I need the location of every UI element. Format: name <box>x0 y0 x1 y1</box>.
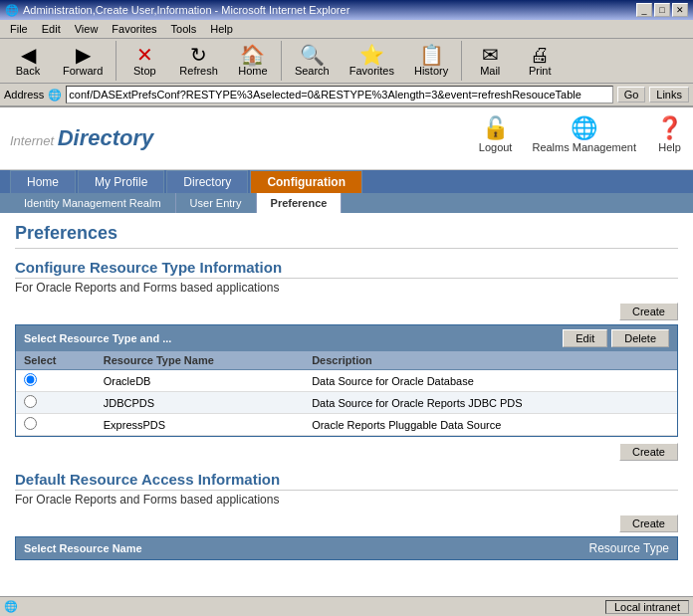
create-btn-row-bottom: Create <box>15 443 678 461</box>
create-default-resource-button[interactable]: Create <box>619 514 678 532</box>
row1-name: OracleDB <box>96 370 304 392</box>
logout-button[interactable]: 🔓 Logout <box>479 115 513 153</box>
refresh-button[interactable]: ↻ Refresh <box>170 42 227 80</box>
mail-label: Mail <box>480 65 500 77</box>
row3-desc: Oracle Reports Pluggable Data Source <box>304 414 677 436</box>
resource-type-section-title: Configure Resource Type Information <box>15 259 678 279</box>
nav-tabs: Home My Profile Directory Configuration <box>0 170 693 193</box>
sub-tab-user-entry[interactable]: User Entry <box>176 193 257 213</box>
oid-logo: Internet Directory <box>10 115 153 161</box>
back-label: Back <box>16 65 40 77</box>
forward-button[interactable]: ▶ Forward <box>54 42 112 80</box>
tab-configuration[interactable]: Configuration <box>250 170 362 193</box>
tab-my-profile[interactable]: My Profile <box>78 170 164 193</box>
minimize-button[interactable]: _ <box>636 3 652 17</box>
print-button[interactable]: 🖨 Print <box>516 42 564 80</box>
history-button[interactable]: 📋 History <box>405 42 457 80</box>
print-label: Print <box>529 65 552 77</box>
history-icon: 📋 <box>419 45 444 65</box>
col-resource-type-name: Resource Type Name <box>96 351 304 370</box>
default-resource-table-container: Select Resource Name Resource Type <box>15 536 678 560</box>
resource-type-table-container: Select Resource Type and ... Edit Delete… <box>15 324 678 437</box>
maximize-button[interactable]: □ <box>654 3 670 17</box>
title-bar-left: 🌐 Administration,Create User,Information… <box>5 4 349 17</box>
back-icon: ◀ <box>21 45 36 65</box>
status-bar: 🌐 Local intranet <box>0 596 693 616</box>
search-icon: 🔍 <box>300 45 325 65</box>
go-button[interactable]: Go <box>617 87 646 103</box>
menu-tools[interactable]: Tools <box>165 22 203 36</box>
stop-label: Stop <box>133 65 156 77</box>
row1-radio[interactable] <box>24 373 37 386</box>
sub-tab-identity-management[interactable]: Identity Management Realm <box>10 193 176 213</box>
resource-type-desc: For Oracle Reports and Forms based appli… <box>15 281 678 295</box>
realms-label: Realms Management <box>532 141 636 153</box>
table-row: JDBCPDS Data Source for Oracle Reports J… <box>16 392 677 414</box>
home-icon: 🏠 <box>240 45 265 65</box>
status-left: 🌐 <box>4 600 22 613</box>
home-label: Home <box>238 65 267 77</box>
tab-directory[interactable]: Directory <box>166 170 248 193</box>
print-icon: 🖨 <box>530 45 550 65</box>
col-description: Description <box>304 351 677 370</box>
default-resource-section-title: Default Resource Access Information <box>15 471 678 491</box>
row3-radio[interactable] <box>24 417 37 430</box>
default-resource-create-row: Create <box>15 514 678 532</box>
favorites-label: Favorites <box>349 65 394 77</box>
menu-favorites[interactable]: Favorites <box>106 22 162 36</box>
default-resource-col-name: Select Resource Name <box>24 542 142 554</box>
address-input[interactable] <box>66 86 612 103</box>
menu-file[interactable]: File <box>4 22 34 36</box>
help-button[interactable]: ❓ Help <box>656 115 683 153</box>
refresh-label: Refresh <box>179 65 218 77</box>
col-select: Select <box>16 351 96 370</box>
create-btn-row-top: Create <box>15 303 678 320</box>
row1-select <box>16 370 96 392</box>
title-bar-text: Administration,Create User,Information -… <box>23 4 349 16</box>
help-label: Help <box>658 141 681 153</box>
create-resource-type-button-top[interactable]: Create <box>619 303 678 320</box>
main-content: Internet Directory 🔓 Logout 🌐 Realms Man… <box>0 107 693 588</box>
title-bar-controls[interactable]: _ □ ✕ <box>636 3 688 17</box>
search-button[interactable]: 🔍 Search <box>286 42 339 80</box>
help-icon: ❓ <box>656 115 683 141</box>
toolbar: ◀ Back ▶ Forward ✕ Stop ↻ Refresh 🏠 Home… <box>0 39 693 84</box>
status-zone: Local intranet <box>605 600 689 614</box>
page-icon: 🌐 <box>48 89 62 102</box>
search-label: Search <box>295 65 330 77</box>
back-button[interactable]: ◀ Back <box>4 42 52 80</box>
page-title: Preferences <box>15 223 678 249</box>
sub-nav: Identity Management Realm User Entry Pre… <box>0 193 693 213</box>
sub-tab-preference[interactable]: Preference <box>257 193 343 213</box>
links-button[interactable]: Links <box>649 87 689 103</box>
delete-resource-type-button[interactable]: Delete <box>611 329 669 347</box>
logout-icon: 🔓 <box>482 115 509 141</box>
default-resource-desc: For Oracle Reports and Forms based appli… <box>15 493 678 507</box>
create-resource-type-button-bottom[interactable]: Create <box>619 443 678 461</box>
history-label: History <box>414 65 448 77</box>
tab-home[interactable]: Home <box>10 170 76 193</box>
toolbar-separator-1 <box>116 41 116 81</box>
mail-button[interactable]: ✉ Mail <box>466 42 514 80</box>
menu-edit[interactable]: Edit <box>36 22 67 36</box>
row1-desc: Data Source for Oracle Database <box>304 370 677 392</box>
default-resource-table-header: Select Resource Name Resource Type <box>16 537 677 559</box>
edit-resource-type-button[interactable]: Edit <box>563 329 607 347</box>
address-bar: Address 🌐 Go Links <box>0 84 693 107</box>
refresh-icon: ↻ <box>190 45 207 65</box>
mail-icon: ✉ <box>482 45 499 65</box>
realms-management-button[interactable]: 🌐 Realms Management <box>532 115 636 153</box>
menu-help[interactable]: Help <box>204 22 239 36</box>
page-content: Preferences Configure Resource Type Info… <box>0 213 693 588</box>
favorites-button[interactable]: ⭐ Favorites <box>341 42 403 80</box>
oid-icons-row: 🔓 Logout 🌐 Realms Management ❓ Help <box>479 115 683 153</box>
forward-label: Forward <box>63 65 103 77</box>
menu-bar: File Edit View Favorites Tools Help <box>0 20 693 39</box>
stop-button[interactable]: ✕ Stop <box>120 42 168 80</box>
home-button[interactable]: 🏠 Home <box>229 42 277 80</box>
forward-icon: ▶ <box>76 45 91 65</box>
menu-view[interactable]: View <box>69 22 105 36</box>
row2-radio[interactable] <box>24 395 37 408</box>
close-button[interactable]: ✕ <box>672 3 688 17</box>
default-resource-col-type: Resource Type <box>589 541 670 555</box>
